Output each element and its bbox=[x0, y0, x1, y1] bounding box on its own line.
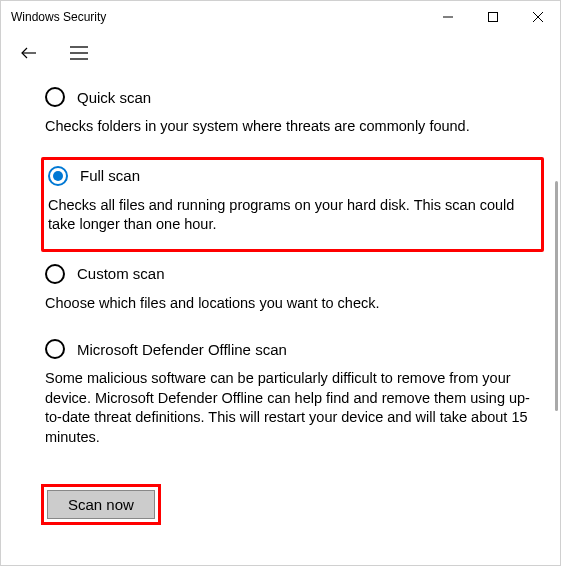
option-desc: Checks folders in your system where thre… bbox=[45, 117, 540, 137]
close-button[interactable] bbox=[515, 1, 560, 33]
scan-now-highlight: Scan now bbox=[41, 484, 161, 525]
radio-custom-scan[interactable] bbox=[45, 264, 65, 284]
window-title: Windows Security bbox=[11, 10, 106, 24]
option-custom-scan[interactable]: Custom scan Choose which files and locat… bbox=[41, 258, 544, 328]
option-quick-scan[interactable]: Quick scan Checks folders in your system… bbox=[41, 81, 544, 151]
radio-full-scan[interactable] bbox=[48, 166, 68, 186]
option-offline-scan[interactable]: Microsoft Defender Offline scan Some mal… bbox=[41, 333, 544, 461]
nav-row bbox=[1, 33, 560, 73]
scan-now-button[interactable]: Scan now bbox=[47, 490, 155, 519]
back-button[interactable] bbox=[15, 39, 43, 67]
option-title: Custom scan bbox=[77, 265, 165, 282]
minimize-button[interactable] bbox=[425, 1, 470, 33]
option-desc: Choose which files and locations you wan… bbox=[45, 294, 540, 314]
menu-button[interactable] bbox=[65, 39, 93, 67]
radio-quick-scan[interactable] bbox=[45, 87, 65, 107]
scan-options-panel: Quick scan Checks folders in your system… bbox=[41, 81, 548, 565]
option-title: Quick scan bbox=[77, 89, 151, 106]
option-desc: Some malicious software can be particula… bbox=[45, 369, 540, 447]
option-desc: Checks all files and running programs on… bbox=[48, 196, 537, 235]
scrollbar[interactable] bbox=[555, 181, 558, 411]
title-bar: Windows Security bbox=[1, 1, 560, 33]
svg-rect-1 bbox=[488, 13, 497, 22]
radio-offline-scan[interactable] bbox=[45, 339, 65, 359]
option-title: Microsoft Defender Offline scan bbox=[77, 341, 287, 358]
option-title: Full scan bbox=[80, 167, 140, 184]
maximize-button[interactable] bbox=[470, 1, 515, 33]
window-controls bbox=[425, 1, 560, 33]
option-full-scan[interactable]: Full scan Checks all files and running p… bbox=[41, 157, 544, 252]
